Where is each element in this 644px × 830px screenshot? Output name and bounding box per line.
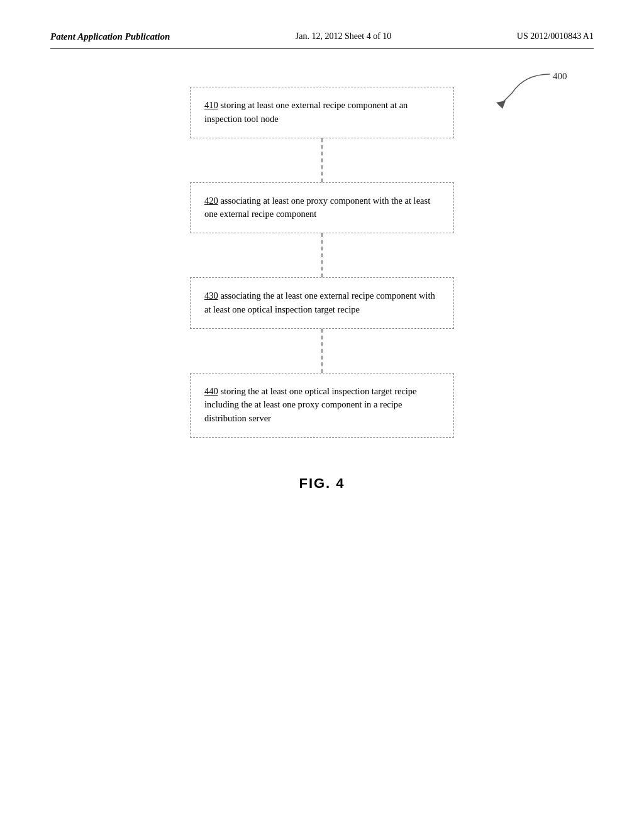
step-410-box: 410 storing at least one external recipe… — [190, 87, 454, 138]
flow-diagram: 410 storing at least one external recipe… — [50, 87, 594, 438]
patent-number: US 2012/0010843 A1 — [517, 31, 594, 42]
step-420-box: 420 associating at least one proxy compo… — [190, 182, 454, 234]
connector-3 — [321, 329, 323, 373]
page-header: Patent Application Publication Jan. 12, … — [50, 31, 594, 49]
sheet-info: Jan. 12, 2012 Sheet 4 of 10 — [296, 31, 391, 42]
connector-2 — [321, 233, 323, 277]
step-440-box: 440 storing the at least one optical ins… — [190, 373, 454, 438]
connector-1 — [321, 138, 323, 182]
step-420-number: 420 — [204, 196, 218, 206]
publication-label: Patent Application Publication — [50, 31, 170, 42]
step-430-box: 430 associating the at least one externa… — [190, 277, 454, 329]
page-container: Patent Application Publication Jan. 12, … — [0, 0, 644, 830]
ref-number-text: 400 — [553, 71, 567, 81]
step-440-number: 440 — [204, 386, 218, 396]
step-410-number: 410 — [204, 100, 218, 110]
step-430-number: 430 — [204, 290, 218, 301]
figure-caption: FIG. 4 — [50, 475, 594, 492]
